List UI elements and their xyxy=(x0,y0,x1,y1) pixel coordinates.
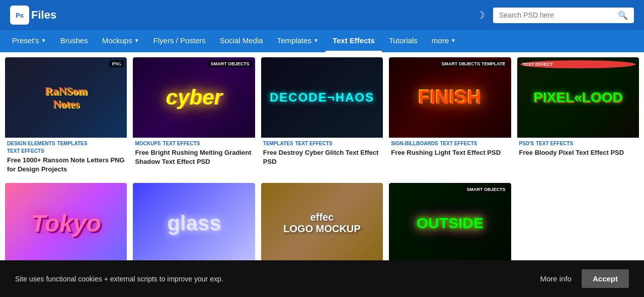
nav-text-effects[interactable]: Text Effects xyxy=(326,30,382,52)
card-image-decode xyxy=(261,57,383,138)
tag-text-effects[interactable]: TEXT EFFECTS xyxy=(295,141,333,146)
tag-sign-billboards[interactable]: SIGN-BILLBOARDS xyxy=(391,141,438,146)
dark-mode-toggle[interactable]: ☽ xyxy=(476,9,485,21)
card-image-cyber: Smart Objects xyxy=(133,57,255,138)
search-bar[interactable]: 🔍 xyxy=(493,8,634,23)
cookie-more-info-link[interactable]: More info xyxy=(540,274,572,283)
card-tags-bloody: PSD'S TEXT EFFECTS xyxy=(517,138,639,147)
card-image-glass xyxy=(133,183,255,263)
card-image-mockup3d xyxy=(261,183,383,263)
tag-templates[interactable]: TEMPLATES xyxy=(263,141,293,146)
badge-smart-objects-rushing: Smart Objects Template xyxy=(439,60,508,67)
chevron-down-icon: ▼ xyxy=(313,38,318,43)
nav-templates[interactable]: Templates ▼ xyxy=(270,30,326,52)
card-image-rushing: Smart Objects Template xyxy=(389,57,511,138)
badge-png: PNG xyxy=(109,60,124,67)
header: Ps Files ☽ 🔍 xyxy=(0,0,644,30)
logo-name: Files xyxy=(31,9,56,22)
main-nav: Preset's ▼ Brushes Mockups ▼ Flyers / Po… xyxy=(0,30,644,52)
card-title-ransom: Free 1000+ Ransom Note Letters PNG for D… xyxy=(5,155,127,177)
card-tags-decode: TEMPLATES TEXT EFFECTS xyxy=(261,138,383,147)
tag-mockups[interactable]: MOCKUPS xyxy=(135,141,160,146)
nav-mockups[interactable]: Mockups ▼ xyxy=(95,30,146,52)
search-icon[interactable]: 🔍 xyxy=(618,11,628,20)
chevron-down-icon: ▼ xyxy=(41,38,46,43)
logo[interactable]: Ps Files xyxy=(10,6,56,25)
card-title-rushing: Free Rushing Light Text Effect PSD xyxy=(389,147,511,160)
card-grid: PNG DESIGN ELEMENTS TEMPLATES TEXT EFFEC… xyxy=(0,52,644,291)
card-cyber[interactable]: Smart Objects MOCKUPS TEXT EFFECTS Free … xyxy=(133,57,255,177)
card-tags-rushing: SIGN-BILLBOARDS TEXT EFFECTS xyxy=(389,138,511,147)
nav-brushes[interactable]: Brushes xyxy=(53,30,95,52)
card-image-ransom: PNG xyxy=(5,57,127,138)
card-decode[interactable]: TEMPLATES TEXT EFFECTS Free Destroy Cybe… xyxy=(261,57,383,177)
tag-templates[interactable]: TEMPLATES xyxy=(57,141,88,146)
card-title-cyber: Free Bright Rushing Melting Gradient Sha… xyxy=(133,147,255,169)
nav-flyers-posters[interactable]: Flyers / Posters xyxy=(146,30,213,52)
tag-text-effects[interactable]: TEXT EFFECTS xyxy=(536,141,573,146)
logo-ps-icon: Ps xyxy=(10,6,29,25)
card-tags-cyber: MOCKUPS TEXT EFFECTS xyxy=(133,138,255,147)
badge-smart-objects-outside: Smart Objects xyxy=(464,186,508,193)
card-bloody[interactable]: TEXT EFFECT PSD'S TEXT EFFECTS Free Bloo… xyxy=(517,57,639,177)
card-title-bloody: Free Bloody Pixel Text Effect PSD xyxy=(517,147,639,160)
tag-text-effects[interactable]: TEXT EFFECTS xyxy=(163,141,200,146)
badge-smart-objects: Smart Objects xyxy=(208,60,252,67)
nav-social-media[interactable]: Social Media xyxy=(213,30,270,52)
card-ransom[interactable]: PNG DESIGN ELEMENTS TEMPLATES TEXT EFFEC… xyxy=(5,57,127,177)
card-rushing[interactable]: Smart Objects Template SIGN-BILLBOARDS T… xyxy=(389,57,511,177)
nav-more[interactable]: more ▼ xyxy=(425,30,463,52)
cookie-accept-button[interactable]: Accept xyxy=(582,269,629,288)
cookie-text: Site uses functional cookies + external … xyxy=(15,275,530,283)
tag-psds[interactable]: PSD'S xyxy=(519,141,534,146)
chevron-down-icon: ▼ xyxy=(451,38,456,43)
card-image-tokyo xyxy=(5,183,127,263)
tag-text-effects[interactable]: TEXT EFFECTS xyxy=(440,141,477,146)
search-input[interactable] xyxy=(499,11,614,19)
chevron-down-icon: ▼ xyxy=(134,38,139,43)
tag-text-effects[interactable]: TEXT EFFECTS xyxy=(7,148,44,154)
card-image-outside: Smart Objects xyxy=(389,183,511,263)
badge-text-effect: TEXT EFFECT xyxy=(520,60,636,68)
card-tags-ransom: DESIGN ELEMENTS TEMPLATES TEXT EFFECTS xyxy=(5,138,127,155)
nav-presets[interactable]: Preset's ▼ xyxy=(5,30,53,52)
card-image-bloody: TEXT EFFECT xyxy=(517,57,639,138)
nav-tutorials[interactable]: Tutorials xyxy=(382,30,425,52)
tag-design-elements[interactable]: DESIGN ELEMENTS xyxy=(7,141,55,146)
cookie-banner: Site uses functional cookies + external … xyxy=(0,260,644,291)
card-title-decode: Free Destroy Cyber Glitch Text Effect PS… xyxy=(261,147,383,169)
